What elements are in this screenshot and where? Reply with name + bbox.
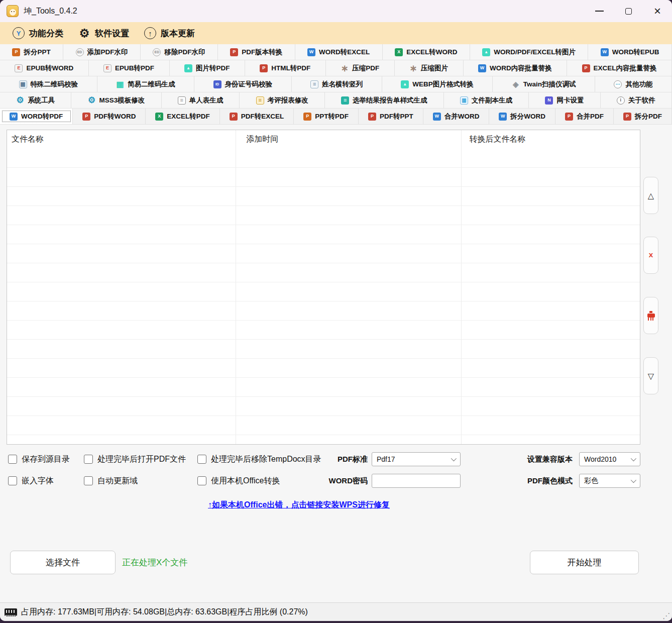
file-table[interactable]: 文件名称添加时间转换后文件名称	[7, 130, 640, 445]
checkbox[interactable]	[8, 455, 17, 464]
menu-item-version-update[interactable]: ↑版本更新	[137, 22, 202, 44]
wps-repair-link[interactable]: ↑如果本机Office出错，点击链接安装WPS进行修复	[0, 500, 598, 510]
conversion-tab[interactable]: WWORD转PDF	[0, 109, 73, 124]
tool-button[interactable]: XEXCEL转WORD	[383, 44, 470, 60]
tool-button[interactable]: PEXCEL内容批量替换	[567, 60, 672, 76]
tool-button[interactable]: WWORD转EXCEL	[295, 44, 383, 60]
option-checkbox-group[interactable]: 保存到源目录	[8, 454, 70, 465]
conversion-tab[interactable]: PPDF转PPT	[359, 109, 423, 124]
conversion-tab[interactable]: P合并PDF	[555, 109, 614, 124]
tool-button[interactable]: ∗压缩PDF	[326, 60, 395, 76]
tool-button[interactable]: P拆分PPT	[0, 44, 63, 60]
tab-label: PDF转PPT	[380, 112, 413, 121]
pdf-standard-label: PDF标准	[321, 452, 368, 466]
doc-teal-icon: ≡	[341, 96, 349, 105]
maximize-button[interactable]	[614, 0, 643, 22]
tool-button[interactable]: ▦简易二维码生成	[97, 76, 195, 92]
menu-item-function-categories[interactable]: Y功能分类	[5, 22, 71, 44]
network-icon: N	[545, 96, 553, 105]
checkbox[interactable]	[8, 476, 17, 485]
tool-button[interactable]: ⚙MSS3模板修改	[71, 92, 161, 108]
minimize-button[interactable]	[585, 0, 614, 22]
compat-version-select[interactable]: Word2010	[579, 452, 640, 466]
move-up-button[interactable]: △	[643, 177, 658, 214]
compat-version-label: 设置兼容版本	[502, 452, 573, 466]
tool-button[interactable]: ≡考评报表修改	[240, 92, 324, 108]
pdf-file-icon: P	[230, 48, 238, 56]
tool-button-label: EXCEL内容批量替换	[594, 64, 657, 73]
tool-button-label: 其他功能	[625, 80, 652, 89]
tool-button[interactable]: ⚙系统工具	[0, 92, 71, 108]
table-column-header: 文件名称	[7, 130, 235, 148]
tool-button[interactable]: N网卡设置	[529, 92, 600, 108]
pdf-color-mode-value: 彩色	[584, 476, 598, 485]
tool-button[interactable]: i关于软件	[601, 92, 672, 108]
option-checkbox-group[interactable]: 处理完毕后移除TempDocx目录	[197, 454, 321, 465]
tool-button[interactable]: EEPUB转PDF	[89, 60, 170, 76]
pdf-color-mode-select[interactable]: 彩色	[579, 474, 640, 488]
tool-button-label: HTML转PDF	[271, 64, 310, 73]
conversion-tab-bar: WWORD转PDFPPDF转WORDXEXCEL转PDFPPDF转EXCELPP…	[0, 109, 672, 125]
tool-button[interactable]: ID身份证号码校验	[194, 76, 292, 92]
start-processing-button[interactable]: 开始处理	[530, 551, 639, 574]
conversion-tab[interactable]: PPDF转WORD	[73, 109, 146, 124]
checkbox[interactable]	[197, 476, 206, 485]
tool-button[interactable]: PPDF版本转换	[218, 44, 295, 60]
move-down-button[interactable]: ▽	[643, 357, 658, 394]
tool-button[interactable]: ED添加PDF水印	[63, 44, 141, 60]
word-file-icon: W	[10, 113, 18, 121]
checkbox-label: 嵌入字体	[22, 476, 54, 486]
pdf-file-icon: P	[368, 113, 376, 121]
tool-button[interactable]: WWORD内容批量替换	[464, 60, 568, 76]
menu-item-software-settings[interactable]: ⚙软件设置	[71, 22, 137, 44]
tool-button-label: WORD转EXCEL	[319, 48, 370, 57]
conversion-tab[interactable]: P拆分PDF	[614, 109, 672, 124]
tool-button-label: 单人表生成	[189, 96, 223, 105]
conversion-tab[interactable]: PPDF转EXCEL	[220, 109, 294, 124]
option-checkbox-group[interactable]: 使用本机Office转换	[197, 475, 280, 486]
word-password-input[interactable]	[372, 474, 461, 488]
tab-label: PPT转PDF	[315, 112, 349, 121]
pdf-standard-select[interactable]: Pdf17	[372, 452, 461, 466]
conversion-tab[interactable]: XEXCEL转PDF	[146, 109, 219, 124]
tool-button[interactable]: EEPUB转WORD	[0, 60, 89, 76]
tool-button-label: WORD转EPUB	[612, 48, 659, 57]
tool-button[interactable]: ED移除PDF水印	[141, 44, 218, 60]
option-checkbox-group[interactable]: 嵌入字体	[8, 475, 54, 486]
select-files-button[interactable]: 选择文件	[10, 551, 116, 574]
tool-button-label: 压缩PDF	[352, 64, 379, 73]
tool-button[interactable]: ▲WORD/PDF/EXCEL转图片	[470, 44, 589, 60]
tool-button[interactable]: ▥文件副本生成	[444, 92, 529, 108]
tool-button-label: 压缩图片	[421, 64, 448, 73]
tool-button[interactable]: ∗压缩图片	[395, 60, 464, 76]
tool-button[interactable]: WWORD转EPUB	[588, 44, 672, 60]
tool-button[interactable]: ▲图片转PDF	[170, 60, 245, 76]
epub-file-icon: E	[103, 64, 111, 72]
conversion-tab[interactable]: W拆分WORD	[489, 109, 555, 124]
tool-button-label: EXCEL转WORD	[406, 48, 457, 57]
tool-button[interactable]: ▦特殊二维码校验	[0, 76, 97, 92]
option-checkbox-group[interactable]: 处理完毕后打开PDF文件	[84, 454, 186, 465]
clear-list-button[interactable]	[643, 297, 658, 334]
tool-button-label: 考评报表修改	[268, 96, 308, 105]
resize-grip[interactable]: ⋰	[662, 611, 670, 620]
conversion-tab[interactable]: PPPT转PDF	[294, 109, 359, 124]
tool-button[interactable]: ◈Twain扫描仪调试	[493, 76, 595, 92]
word-file-icon: W	[433, 113, 441, 121]
word-password-label: WORD密码	[321, 474, 368, 488]
memory-usage-text: 占用内存: 177.63MB|可用内存: 54.08GB|总内存: 63.63G…	[21, 607, 308, 617]
tool-button[interactable]: ≡选举结果报告单样式生成	[325, 92, 444, 108]
delete-selected-button[interactable]: x	[643, 237, 658, 274]
tool-button[interactable]: PHTML转PDF	[245, 60, 326, 76]
checkbox[interactable]	[84, 455, 93, 464]
checkbox[interactable]	[197, 455, 206, 464]
checkbox[interactable]	[84, 476, 93, 485]
option-checkbox-group[interactable]: 自动更新域	[84, 475, 138, 486]
conversion-tab[interactable]: W合并WORD	[423, 109, 490, 124]
tool-button[interactable]: ≡单人表生成	[162, 92, 240, 108]
tool-button[interactable]: ≡姓名横转竖列	[292, 76, 382, 92]
tool-button[interactable]: ▲WEBP图片格式转换	[382, 76, 493, 92]
close-button[interactable]: ×	[643, 0, 672, 22]
tool-button[interactable]: ⋯其他功能	[595, 76, 672, 92]
table-header-row: 文件名称添加时间转换后文件名称	[7, 130, 640, 148]
